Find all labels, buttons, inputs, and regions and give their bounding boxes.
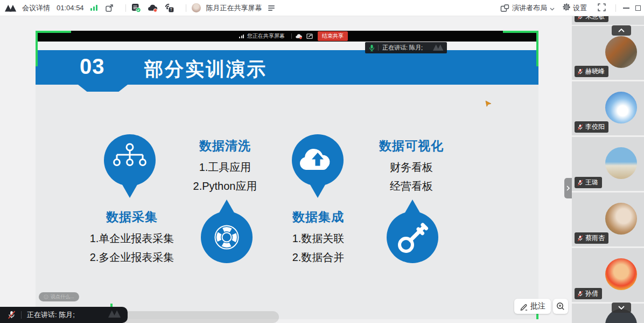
- participant-nametag: 蔡雨杏: [575, 232, 608, 244]
- annotation-board-icon[interactable]: [306, 33, 313, 39]
- slide-title: 部分实训演示: [144, 57, 267, 82]
- end-share-button[interactable]: 结束共享: [318, 31, 348, 41]
- divider: [615, 4, 616, 12]
- docs-status-icon[interactable]: [131, 3, 141, 12]
- participant-avatar: [605, 147, 637, 179]
- annotate-button[interactable]: 批注: [514, 299, 551, 314]
- zoom-in-button[interactable]: [553, 299, 568, 314]
- participant-tile[interactable]: 王璐: [572, 137, 644, 191]
- participant-avatar: [605, 258, 637, 290]
- participant-tile[interactable]: 孙倩: [572, 248, 644, 302]
- muted-mic-icon: [577, 235, 583, 242]
- participant-tile[interactable]: 赫晓峰: [572, 26, 644, 80]
- sitemap-icon: [100, 133, 159, 203]
- group-title: 数据可视化: [355, 138, 468, 154]
- participant-name: 孙倩: [585, 289, 598, 298]
- slide-section-number: 03: [80, 54, 112, 79]
- app-logo-icon: [5, 4, 18, 12]
- muted-mic-icon: [577, 68, 583, 75]
- meeting-timer: 01:04:54: [57, 4, 84, 12]
- diagram-group-cleaning: 数据清洗 1.工具应用 2.Python应用: [171, 138, 279, 196]
- sharing-options-icon[interactable]: [268, 4, 275, 12]
- banner-notch: [78, 85, 128, 92]
- chat-placeholder: 说点什么...: [51, 293, 74, 300]
- participant-avatar: [605, 36, 637, 68]
- group-item: 财务看板: [355, 158, 468, 177]
- participants-sidebar: 宋慧敏 赫晓峰 李佼阳 王璐: [572, 16, 644, 323]
- chevron-right-icon: [566, 185, 570, 191]
- participant-name: 李佼阳: [585, 122, 605, 132]
- meeting-stage: 您正在共享屏幕 结束共享 03 部分实训演示: [0, 16, 644, 323]
- presenter-sharing-status[interactable]: 陈月正在共享屏幕: [206, 3, 262, 13]
- key-icon: [383, 194, 442, 264]
- group-item: 2.Python应用: [171, 177, 279, 196]
- share-border-marker: [36, 31, 71, 33]
- participant-tile[interactable]: 蔡雨杏: [572, 193, 644, 246]
- cloud-record-icon[interactable]: [295, 33, 303, 39]
- signal-bars-icon: [239, 35, 245, 38]
- slide-title-banner: 03 部分实训演示: [36, 50, 538, 85]
- fullscreen-button[interactable]: [598, 3, 606, 13]
- mic-on-icon: [368, 44, 375, 52]
- scroll-down-button[interactable]: [612, 303, 631, 313]
- group-item: 1.数据关联: [256, 229, 380, 248]
- diagram-group-collection: 数据采集 1.单企业报表采集 2.多企业报表采集: [70, 209, 194, 267]
- group-title: 数据采集: [70, 209, 194, 225]
- divider: [186, 4, 186, 12]
- participant-name: 蔡雨杏: [585, 233, 605, 243]
- divider: [125, 4, 126, 12]
- layout-icon: [500, 4, 509, 12]
- muted-mic-icon: [577, 124, 583, 130]
- participant-tile[interactable]: [572, 304, 644, 323]
- participant-avatar: [605, 92, 637, 123]
- diagram-group-integration: 数据集成 1.数据关联 2.数据合并: [256, 209, 380, 267]
- watermark-logo-icon: [108, 310, 122, 320]
- settings-button[interactable]: 设置: [573, 3, 587, 13]
- svg-text:T: T: [170, 7, 172, 12]
- top-toolbar: 会议详情 01:04:54 T 陈月正在共享屏幕: [0, 0, 644, 16]
- group-item: 2.数据合并: [256, 248, 380, 267]
- shared-screen: 您正在共享屏幕 结束共享 03 部分实训演示: [36, 31, 538, 319]
- participant-nametag: 宋慧敏: [575, 16, 608, 22]
- maximize-button[interactable]: [633, 1, 644, 16]
- watermark-logo-icon: [433, 44, 445, 53]
- participant-nametag: 王璐: [575, 177, 602, 188]
- participant-name: 赫晓峰: [585, 67, 605, 76]
- open-external-icon[interactable]: [105, 4, 114, 12]
- layout-dropdown[interactable]: 演讲者布局: [512, 3, 547, 13]
- lifebuoy-icon: [197, 194, 256, 264]
- sidebar-collapse-button[interactable]: [564, 178, 572, 198]
- participant-tile[interactable]: 李佼阳: [572, 81, 644, 135]
- muted-mic-icon: [577, 291, 583, 297]
- share-border-marker: [503, 31, 538, 33]
- participant-nametag: 孙倩: [575, 288, 602, 299]
- speaking-banner: 正在讲话: 陈月;: [0, 307, 128, 323]
- participant-nametag: 赫晓峰: [575, 66, 608, 77]
- cloud-upload-icon: [288, 133, 347, 203]
- screen-share-tools-icon[interactable]: T: [164, 3, 174, 12]
- chevron-down-icon: [618, 306, 625, 310]
- minimize-button[interactable]: [619, 1, 633, 16]
- smiley-icon: [44, 294, 48, 299]
- sharing-status-text: 您正在共享屏幕: [247, 32, 285, 40]
- group-item: 1.单企业报表采集: [70, 229, 194, 248]
- muted-mic-icon: [577, 16, 583, 20]
- share-border-marker: [36, 31, 38, 66]
- divider: [291, 33, 292, 39]
- presenter-cursor-icon: [485, 100, 492, 109]
- network-signal-icon[interactable]: [90, 5, 99, 11]
- muted-mic-icon: [577, 180, 583, 186]
- chat-input[interactable]: 说点什么...: [39, 292, 79, 301]
- cloud-status-icon[interactable]: [148, 4, 158, 12]
- participant-tile[interactable]: 宋慧敏: [572, 16, 644, 25]
- group-item: 经营看板: [355, 177, 468, 196]
- participant-avatar: [605, 203, 637, 235]
- scroll-up-button[interactable]: [612, 25, 631, 36]
- meeting-details-button[interactable]: 会议详情: [22, 3, 50, 13]
- group-title: 数据清洗: [171, 138, 279, 154]
- participant-name: 王璐: [585, 178, 598, 187]
- participant-nametag: 李佼阳: [575, 121, 608, 133]
- chevron-up-icon: [618, 29, 625, 32]
- pen-icon: [520, 303, 528, 311]
- participant-name: 宋慧敏: [585, 16, 605, 21]
